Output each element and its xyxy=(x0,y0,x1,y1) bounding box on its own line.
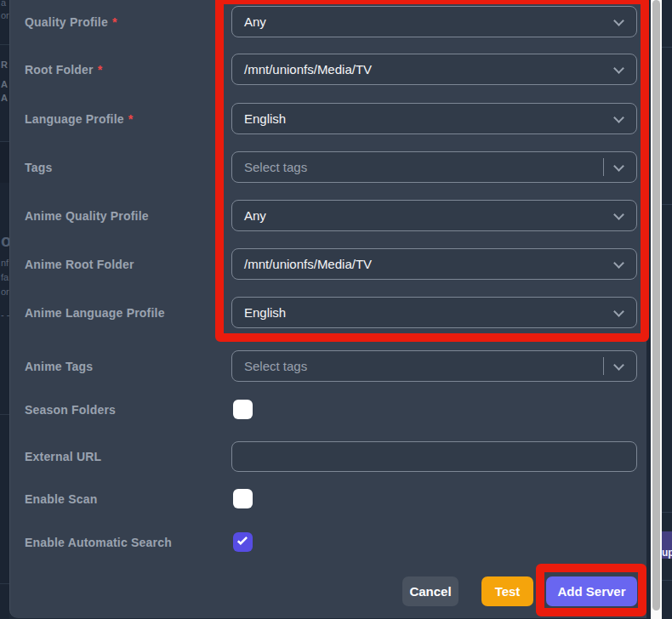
bg-button-fragment-label: up xyxy=(662,547,672,559)
anime-language-profile-value: English xyxy=(244,305,286,320)
bg-text-fragment: or xyxy=(1,287,9,297)
bg-divider xyxy=(662,47,672,48)
required-asterisk: * xyxy=(112,15,117,29)
multiselect-divider xyxy=(603,357,604,375)
bg-text-fragment: - - xyxy=(1,310,9,320)
bg-divider xyxy=(662,580,672,581)
bg-button-fragment: up xyxy=(662,531,672,559)
bg-text-fragment: a xyxy=(1,0,6,8)
bg-text-fragment: o xyxy=(1,231,9,251)
anime-language-profile-select[interactable]: English xyxy=(231,297,637,328)
bg-text-fragment: nf xyxy=(1,258,9,268)
add-server-button[interactable]: Add Server xyxy=(546,576,637,606)
enable-automatic-search-label: Enable Automatic Search xyxy=(25,536,231,549)
enable-scan-checkbox[interactable] xyxy=(233,489,253,508)
anime-tags-multiselect[interactable]: Select tags xyxy=(231,350,637,382)
bg-dark-block xyxy=(0,142,9,183)
bg-divider xyxy=(0,44,9,45)
anime-root-folder-value: /mnt/unionfs/Media/TV xyxy=(244,257,372,271)
required-asterisk: * xyxy=(98,63,103,77)
bg-divider xyxy=(662,512,672,513)
enable-scan-label: Enable Scan xyxy=(25,492,231,506)
chevron-down-icon xyxy=(613,63,624,74)
background-page-left-strip: a or R A A o nf fa or - - xyxy=(0,0,9,619)
anime-quality-profile-value: Any xyxy=(244,208,266,223)
anime-quality-profile-select[interactable]: Any xyxy=(231,200,637,231)
checkmark-icon xyxy=(237,535,248,546)
bg-text-fragment: or xyxy=(1,10,9,20)
chevron-down-icon xyxy=(613,258,624,269)
scrollbar-track[interactable] xyxy=(651,0,662,619)
quality-profile-select[interactable]: Any xyxy=(231,6,637,37)
external-url-label: External URL xyxy=(25,450,231,463)
external-url-input[interactable] xyxy=(231,441,637,472)
language-profile-value: English xyxy=(244,111,286,126)
test-button[interactable]: Test xyxy=(481,576,533,606)
bg-divider xyxy=(662,204,672,205)
chevron-down-icon xyxy=(613,306,624,317)
chevron-down-icon xyxy=(613,209,624,220)
bg-text-fragment: R xyxy=(1,60,8,70)
bg-text-fragment: A xyxy=(1,93,8,103)
quality-profile-value: Any xyxy=(244,14,266,29)
anime-tags-label: Anime Tags xyxy=(25,360,231,373)
root-folder-label: Root Folder* xyxy=(25,63,231,77)
chevron-down-icon xyxy=(613,360,624,371)
bg-text-fragment: fa xyxy=(1,272,9,282)
anime-quality-profile-label: Anime Quality Profile xyxy=(25,209,231,223)
season-folders-label: Season Folders xyxy=(25,403,231,417)
root-folder-value: /mnt/unionfs/Media/TV xyxy=(244,62,372,77)
language-profile-label: Language Profile* xyxy=(25,112,231,126)
bg-text-fragment: A xyxy=(1,79,8,89)
chevron-down-icon xyxy=(613,15,624,26)
tags-multiselect[interactable]: Select tags xyxy=(231,151,637,183)
tags-label: Tags xyxy=(25,161,231,174)
quality-profile-label: Quality Profile* xyxy=(25,15,231,29)
tags-placeholder: Select tags xyxy=(244,160,307,174)
anime-language-profile-label: Anime Language Profile xyxy=(25,306,231,320)
required-asterisk: * xyxy=(128,112,134,126)
anime-tags-placeholder: Select tags xyxy=(244,359,307,373)
chevron-down-icon xyxy=(613,161,624,172)
root-folder-select[interactable]: /mnt/unionfs/Media/TV xyxy=(231,54,637,85)
language-profile-select[interactable]: English xyxy=(231,103,637,134)
multiselect-divider xyxy=(603,158,604,176)
anime-root-folder-label: Anime Root Folder xyxy=(25,258,231,271)
chevron-down-icon xyxy=(613,112,624,123)
cancel-button[interactable]: Cancel xyxy=(402,576,458,606)
bg-divider xyxy=(0,583,9,584)
scrollbar-thumb[interactable] xyxy=(652,0,660,610)
bg-divider xyxy=(0,414,9,415)
enable-automatic-search-checkbox[interactable] xyxy=(233,532,253,552)
season-folders-checkbox[interactable] xyxy=(233,400,253,419)
server-settings-modal: Quality Profile* Any Root Folder* /mnt/u… xyxy=(9,0,646,618)
anime-root-folder-select[interactable]: /mnt/unionfs/Media/TV xyxy=(231,248,637,280)
